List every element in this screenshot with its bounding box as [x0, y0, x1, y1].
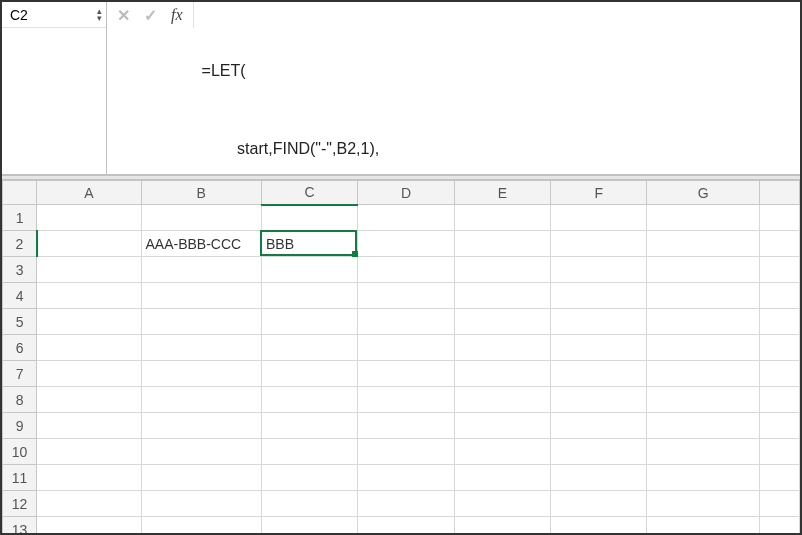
- cell-A1[interactable]: [37, 205, 141, 231]
- row-header-13[interactable]: 13: [3, 517, 37, 536]
- cell-D2[interactable]: [358, 231, 454, 257]
- row-header-4[interactable]: 4: [3, 283, 37, 309]
- cell-B1[interactable]: [141, 205, 261, 231]
- cell-E4[interactable]: [454, 283, 550, 309]
- cell-D7[interactable]: [358, 361, 454, 387]
- cell-G5[interactable]: [647, 309, 759, 335]
- cell-C3[interactable]: [261, 257, 357, 283]
- col-header-A[interactable]: A: [37, 181, 141, 205]
- cell-D10[interactable]: [358, 439, 454, 465]
- col-header-E[interactable]: E: [454, 181, 550, 205]
- cell-A3[interactable]: [37, 257, 141, 283]
- cell-D12[interactable]: [358, 491, 454, 517]
- cell-E3[interactable]: [454, 257, 550, 283]
- row-header-7[interactable]: 7: [3, 361, 37, 387]
- col-header-B[interactable]: B: [141, 181, 261, 205]
- cell-F1[interactable]: [551, 205, 647, 231]
- cell-D5[interactable]: [358, 309, 454, 335]
- cell-C10[interactable]: [261, 439, 357, 465]
- cell-E13[interactable]: [454, 517, 550, 536]
- cell-B7[interactable]: [141, 361, 261, 387]
- cell-B2[interactable]: AAA-BBB-CCC: [141, 231, 261, 257]
- col-header-D[interactable]: D: [358, 181, 454, 205]
- cell-D1[interactable]: [358, 205, 454, 231]
- col-header-C[interactable]: C: [261, 181, 357, 205]
- cell-A13[interactable]: [37, 517, 141, 536]
- cell-F2[interactable]: [551, 231, 647, 257]
- row-header-6[interactable]: 6: [3, 335, 37, 361]
- cell-F12[interactable]: [551, 491, 647, 517]
- row-header-10[interactable]: 10: [3, 439, 37, 465]
- cell-D9[interactable]: [358, 413, 454, 439]
- cell-C4[interactable]: [261, 283, 357, 309]
- name-box-dropdown[interactable]: ▴ ▾: [97, 8, 102, 22]
- cell-C1[interactable]: [261, 205, 357, 231]
- cell-E5[interactable]: [454, 309, 550, 335]
- cell-C13[interactable]: [261, 517, 357, 536]
- enter-icon[interactable]: ✓: [144, 6, 157, 25]
- cell-F3[interactable]: [551, 257, 647, 283]
- cell-D4[interactable]: [358, 283, 454, 309]
- row-header-2[interactable]: 2: [3, 231, 37, 257]
- cell-B6[interactable]: [141, 335, 261, 361]
- cell-A5[interactable]: [37, 309, 141, 335]
- cell-C2[interactable]: BBB: [261, 231, 357, 257]
- select-all-corner[interactable]: [3, 181, 37, 205]
- fx-icon[interactable]: fx: [171, 6, 183, 24]
- cell-A9[interactable]: [37, 413, 141, 439]
- cell-C5[interactable]: [261, 309, 357, 335]
- cell-E2[interactable]: [454, 231, 550, 257]
- row-header-12[interactable]: 12: [3, 491, 37, 517]
- cell-G4[interactable]: [647, 283, 759, 309]
- cell-F6[interactable]: [551, 335, 647, 361]
- cell-E10[interactable]: [454, 439, 550, 465]
- cell-E11[interactable]: [454, 465, 550, 491]
- cell-F8[interactable]: [551, 387, 647, 413]
- cell-F4[interactable]: [551, 283, 647, 309]
- cell-C12[interactable]: [261, 491, 357, 517]
- cell-E12[interactable]: [454, 491, 550, 517]
- cell-F9[interactable]: [551, 413, 647, 439]
- cell-G11[interactable]: [647, 465, 759, 491]
- cell-B12[interactable]: [141, 491, 261, 517]
- cell-C8[interactable]: [261, 387, 357, 413]
- cancel-icon[interactable]: ✕: [117, 6, 130, 25]
- cell-A7[interactable]: [37, 361, 141, 387]
- cell-A4[interactable]: [37, 283, 141, 309]
- cell-B10[interactable]: [141, 439, 261, 465]
- cell-G2[interactable]: [647, 231, 759, 257]
- cell-F13[interactable]: [551, 517, 647, 536]
- cell-G3[interactable]: [647, 257, 759, 283]
- cell-E7[interactable]: [454, 361, 550, 387]
- cell-D11[interactable]: [358, 465, 454, 491]
- cell-D6[interactable]: [358, 335, 454, 361]
- cell-E9[interactable]: [454, 413, 550, 439]
- col-header-F[interactable]: F: [551, 181, 647, 205]
- cell-B8[interactable]: [141, 387, 261, 413]
- cell-A12[interactable]: [37, 491, 141, 517]
- cell-E8[interactable]: [454, 387, 550, 413]
- cell-F7[interactable]: [551, 361, 647, 387]
- cell-E6[interactable]: [454, 335, 550, 361]
- cell-G13[interactable]: [647, 517, 759, 536]
- cell-B13[interactable]: [141, 517, 261, 536]
- cell-F11[interactable]: [551, 465, 647, 491]
- cell-E1[interactable]: [454, 205, 550, 231]
- cell-A11[interactable]: [37, 465, 141, 491]
- row-header-11[interactable]: 11: [3, 465, 37, 491]
- cell-G10[interactable]: [647, 439, 759, 465]
- cell-G12[interactable]: [647, 491, 759, 517]
- cell-B9[interactable]: [141, 413, 261, 439]
- cell-D8[interactable]: [358, 387, 454, 413]
- cell-F5[interactable]: [551, 309, 647, 335]
- cell-G1[interactable]: [647, 205, 759, 231]
- row-header-9[interactable]: 9: [3, 413, 37, 439]
- cell-G8[interactable]: [647, 387, 759, 413]
- cell-F10[interactable]: [551, 439, 647, 465]
- cell-A6[interactable]: [37, 335, 141, 361]
- cell-C9[interactable]: [261, 413, 357, 439]
- cell-G9[interactable]: [647, 413, 759, 439]
- cell-A8[interactable]: [37, 387, 141, 413]
- cell-B11[interactable]: [141, 465, 261, 491]
- cell-B3[interactable]: [141, 257, 261, 283]
